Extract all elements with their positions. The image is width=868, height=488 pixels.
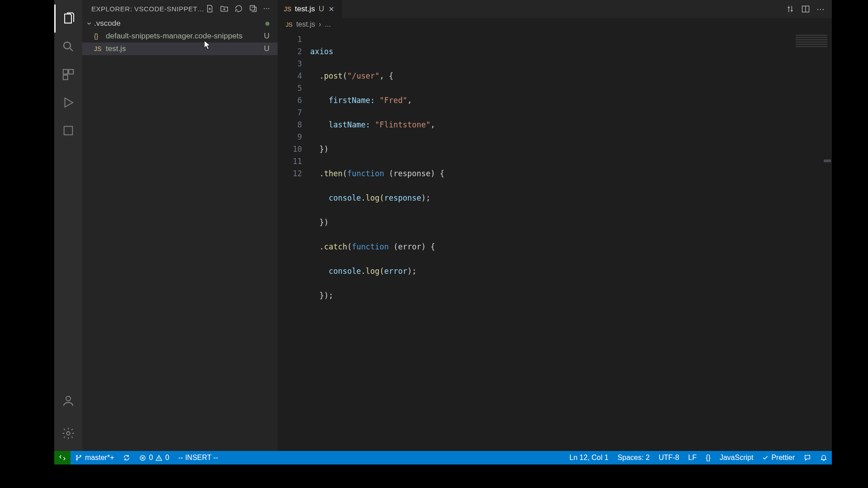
code-content[interactable]: axios .post("/user", { firstName: "Fred"… bbox=[310, 31, 832, 452]
git-branch[interactable]: master*+ bbox=[71, 454, 118, 462]
compare-changes-icon[interactable] bbox=[786, 5, 795, 14]
chevron-down-icon bbox=[86, 20, 92, 27]
minimap-thumb bbox=[796, 34, 827, 47]
problems-count[interactable]: 0 0 bbox=[135, 454, 174, 462]
settings-gear-icon[interactable] bbox=[54, 419, 82, 447]
editor-body[interactable]: 1 2 3 4 5 6 7 8 9 10 11 12 axios .post("… bbox=[278, 31, 832, 452]
breadcrumb-file: test.js bbox=[296, 20, 315, 28]
file-label: test.js bbox=[106, 44, 264, 53]
activity-bar bbox=[54, 0, 82, 452]
js-file-icon: JS bbox=[284, 5, 291, 13]
prettier-status[interactable]: Prettier bbox=[758, 454, 799, 462]
explorer-sidebar: EXPLORER: VSCODE-SNIPPETS... ⋯ bbox=[82, 0, 278, 452]
scroll-marker bbox=[824, 160, 831, 162]
collapse-all-icon[interactable] bbox=[249, 4, 258, 13]
git-status-badge: U bbox=[264, 32, 269, 41]
vim-mode: -- INSERT -- bbox=[174, 454, 222, 462]
svg-point-11 bbox=[80, 455, 81, 457]
eol-info[interactable]: LF bbox=[684, 454, 701, 462]
bracket-info[interactable]: {} bbox=[701, 454, 715, 462]
feedback-icon[interactable] bbox=[799, 454, 816, 461]
breadcrumb-rest: ... bbox=[325, 20, 330, 28]
svg-point-0 bbox=[64, 42, 71, 49]
more-actions-icon[interactable]: ⋯ bbox=[816, 4, 826, 14]
file-tree: .vscode {} default-snippets-manager.code… bbox=[82, 17, 278, 55]
svg-point-10 bbox=[76, 459, 78, 460]
modified-dot-icon bbox=[265, 22, 269, 26]
extensions-icon[interactable] bbox=[54, 61, 82, 89]
close-icon[interactable] bbox=[328, 5, 335, 13]
remote-indicator[interactable] bbox=[54, 451, 71, 465]
svg-point-6 bbox=[66, 432, 70, 435]
folder-vscode[interactable]: .vscode bbox=[82, 17, 278, 30]
cursor-position[interactable]: Ln 12, Col 1 bbox=[565, 454, 613, 462]
tab-label: test.js bbox=[295, 5, 315, 14]
file-snippets[interactable]: {} default-snippets-manager.code-snippet… bbox=[82, 30, 278, 42]
editor-area: JS test.js U ⋯ JS test.js › ... bbox=[278, 0, 832, 452]
bell-icon[interactable] bbox=[816, 454, 832, 461]
svg-rect-4 bbox=[64, 127, 73, 135]
chevron-right-icon: › bbox=[319, 20, 321, 28]
js-file-icon: JS bbox=[94, 45, 102, 52]
run-debug-icon[interactable] bbox=[54, 89, 82, 117]
panel-icon[interactable] bbox=[54, 117, 82, 145]
refresh-icon[interactable] bbox=[234, 4, 243, 13]
tab-test-js[interactable]: JS test.js U bbox=[278, 0, 342, 18]
svg-rect-3 bbox=[63, 75, 68, 80]
explorer-icon[interactable] bbox=[54, 5, 82, 33]
status-bar: master*+ 0 0 -- INSERT -- Ln 12, Col 1 S… bbox=[54, 451, 832, 465]
more-icon[interactable]: ⋯ bbox=[263, 4, 272, 13]
file-label: default-snippets-manager.code-snippets bbox=[106, 32, 264, 41]
js-file-icon: JS bbox=[286, 21, 292, 28]
svg-rect-7 bbox=[250, 5, 255, 10]
line-gutter: 1 2 3 4 5 6 7 8 9 10 11 12 bbox=[278, 31, 310, 452]
tab-git-badge: U bbox=[319, 5, 324, 14]
minimap[interactable] bbox=[787, 31, 832, 452]
explorer-header: EXPLORER: VSCODE-SNIPPETS... ⋯ bbox=[82, 0, 278, 17]
git-status-badge: U bbox=[264, 44, 269, 53]
json-file-icon: {} bbox=[94, 33, 102, 40]
account-icon[interactable] bbox=[54, 387, 82, 415]
sync-icon[interactable] bbox=[118, 454, 135, 461]
svg-rect-1 bbox=[63, 70, 68, 74]
svg-point-5 bbox=[66, 396, 71, 401]
file-test-js[interactable]: JS test.js U bbox=[82, 42, 278, 55]
search-icon[interactable] bbox=[54, 33, 82, 61]
svg-rect-2 bbox=[69, 70, 73, 74]
encoding-info[interactable]: UTF-8 bbox=[654, 454, 684, 462]
folder-label: .vscode bbox=[94, 19, 121, 28]
new-folder-icon[interactable] bbox=[220, 4, 229, 13]
explorer-title: EXPLORER: VSCODE-SNIPPETS... bbox=[91, 5, 205, 13]
new-file-icon[interactable] bbox=[205, 4, 214, 13]
tab-bar: JS test.js U ⋯ bbox=[278, 0, 832, 18]
split-editor-icon[interactable] bbox=[801, 5, 810, 14]
indent-info[interactable]: Spaces: 2 bbox=[613, 454, 654, 462]
breadcrumb[interactable]: JS test.js › ... bbox=[278, 18, 832, 31]
language-mode[interactable]: JavaScript bbox=[715, 454, 758, 462]
svg-point-9 bbox=[76, 455, 78, 457]
